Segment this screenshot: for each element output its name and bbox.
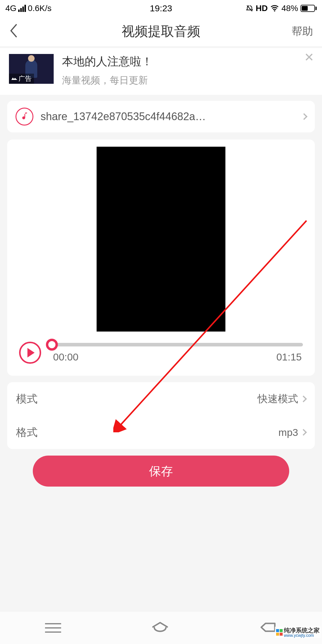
status-right: HD 48% xyxy=(246,4,317,13)
player-panel: 00:00 01:15 xyxy=(7,140,315,376)
mode-value: 快速模式 xyxy=(258,392,298,406)
hd-label: HD xyxy=(256,4,268,13)
video-preview[interactable] xyxy=(97,147,225,332)
mode-row[interactable]: 模式 快速模式 xyxy=(7,382,315,416)
watermark-logo-icon xyxy=(276,629,283,636)
battery-icon xyxy=(301,5,317,12)
watermark-name: 纯净系统之家 xyxy=(284,627,320,633)
file-name-label: share_13742e870535c4f44682a… xyxy=(41,110,295,123)
page-title: 视频提取音频 xyxy=(122,23,200,40)
system-nav-bar xyxy=(0,611,322,644)
svg-point-0 xyxy=(274,10,275,11)
help-button[interactable]: 帮助 xyxy=(292,24,313,39)
app-header: 视频提取音频 帮助 xyxy=(0,16,322,46)
format-value: mp3 xyxy=(278,427,298,438)
play-icon xyxy=(27,348,35,357)
chevron-right-icon xyxy=(300,396,307,402)
watermark-url: www.ycwjty.com xyxy=(284,633,320,637)
status-left: 4G 0.6K/s xyxy=(5,4,52,13)
silent-icon xyxy=(246,4,253,12)
battery-pct-label: 48% xyxy=(281,4,298,13)
chevron-right-icon xyxy=(300,429,307,436)
format-row[interactable]: 格式 mp3 xyxy=(7,416,315,449)
recent-apps-button[interactable] xyxy=(45,623,61,633)
home-button[interactable] xyxy=(151,621,169,635)
format-label: 格式 xyxy=(16,425,38,440)
slider-thumb[interactable] xyxy=(46,339,58,351)
mode-label: 模式 xyxy=(16,392,38,406)
settings-panel: 模式 快速模式 格式 mp3 xyxy=(7,382,315,449)
ad-thumbnail: 广告 xyxy=(9,54,54,84)
site-watermark: 纯净系统之家 www.ycwjty.com xyxy=(275,627,321,638)
chevron-right-icon xyxy=(301,113,308,120)
ad-banner[interactable]: 广告 本地的人注意啦！ 海量视频，每日更新 ✕ xyxy=(0,48,322,95)
current-time-label: 00:00 xyxy=(53,351,78,363)
back-button[interactable] xyxy=(9,24,18,39)
close-icon[interactable]: ✕ xyxy=(304,50,314,64)
ad-badge: 广告 xyxy=(9,74,34,84)
network-type-label: 4G xyxy=(5,4,16,13)
music-note-icon xyxy=(16,108,33,126)
wifi-icon xyxy=(270,5,279,12)
network-speed-label: 0.6K/s xyxy=(28,4,51,13)
save-button[interactable]: 保存 xyxy=(33,456,289,487)
ad-subtitle: 海量视频，每日更新 xyxy=(62,74,313,87)
signal-icon xyxy=(18,5,26,12)
source-file-row[interactable]: share_13742e870535c4f44682a… xyxy=(7,101,315,132)
seek-slider[interactable] xyxy=(52,343,303,346)
nav-back-button[interactable] xyxy=(259,621,277,635)
duration-label: 01:15 xyxy=(276,351,302,363)
clock-label: 19:23 xyxy=(150,3,172,13)
status-bar: 4G 0.6K/s 19:23 HD 48% xyxy=(0,0,322,16)
ad-title: 本地的人注意啦！ xyxy=(62,54,313,69)
play-button[interactable] xyxy=(19,342,41,364)
